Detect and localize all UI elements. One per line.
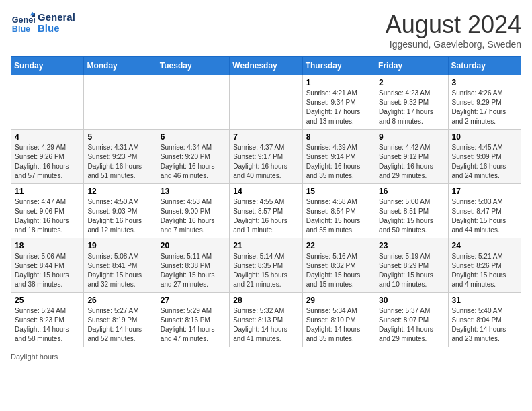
calendar-cell: 11Sunrise: 4:47 AM Sunset: 9:06 PM Dayli… — [11, 184, 84, 238]
day-number: 26 — [87, 295, 152, 305]
day-number: 11 — [15, 187, 80, 196]
day-number: 27 — [161, 295, 226, 305]
calendar-cell: 17Sunrise: 5:03 AM Sunset: 8:47 PM Dayli… — [448, 184, 521, 238]
day-info: Sunrise: 4:34 AM Sunset: 9:20 PM Dayligh… — [161, 143, 226, 181]
calendar-day-header: Tuesday — [157, 57, 229, 75]
day-info: Sunrise: 4:23 AM Sunset: 9:32 PM Dayligh… — [379, 89, 444, 126]
day-info: Sunrise: 5:37 AM Sunset: 8:07 PM Dayligh… — [379, 306, 444, 344]
day-info: Sunrise: 5:03 AM Sunset: 8:47 PM Dayligh… — [452, 197, 517, 235]
calendar-cell — [230, 75, 302, 130]
day-info: Sunrise: 5:24 AM Sunset: 8:23 PM Dayligh… — [15, 306, 80, 344]
calendar-cell: 18Sunrise: 5:06 AM Sunset: 8:44 PM Dayli… — [11, 238, 84, 293]
day-number: 8 — [306, 132, 371, 142]
day-info: Sunrise: 4:55 AM Sunset: 8:57 PM Dayligh… — [233, 197, 298, 235]
day-info: Sunrise: 4:21 AM Sunset: 9:34 PM Dayligh… — [306, 89, 371, 126]
calendar-cell: 28Sunrise: 5:32 AM Sunset: 8:13 PM Dayli… — [230, 293, 302, 347]
calendar-cell: 4Sunrise: 4:29 AM Sunset: 9:26 PM Daylig… — [11, 130, 84, 184]
day-info: Sunrise: 5:29 AM Sunset: 8:16 PM Dayligh… — [161, 306, 226, 344]
calendar-cell: 26Sunrise: 5:27 AM Sunset: 8:19 PM Dayli… — [84, 293, 157, 347]
calendar-cell: 22Sunrise: 5:16 AM Sunset: 8:32 PM Dayli… — [302, 238, 375, 293]
day-number: 7 — [233, 132, 298, 142]
day-info: Sunrise: 5:14 AM Sunset: 8:35 PM Dayligh… — [233, 252, 298, 289]
day-info: Sunrise: 5:08 AM Sunset: 8:41 PM Dayligh… — [87, 252, 152, 289]
svg-text:Blue: Blue — [12, 24, 30, 34]
day-info: Sunrise: 5:32 AM Sunset: 8:13 PM Dayligh… — [233, 306, 298, 344]
day-info: Sunrise: 4:58 AM Sunset: 8:54 PM Dayligh… — [306, 197, 371, 235]
calendar-cell: 29Sunrise: 5:34 AM Sunset: 8:10 PM Dayli… — [302, 293, 375, 347]
day-number: 2 — [379, 78, 444, 87]
calendar-cell: 9Sunrise: 4:42 AM Sunset: 9:12 PM Daylig… — [375, 130, 448, 184]
day-number: 9 — [379, 132, 444, 142]
calendar-cell: 5Sunrise: 4:31 AM Sunset: 9:23 PM Daylig… — [84, 130, 157, 184]
day-number: 13 — [161, 187, 226, 196]
calendar-cell: 7Sunrise: 4:37 AM Sunset: 9:17 PM Daylig… — [230, 130, 302, 184]
location: Iggesund, Gaevleborg, Sweden — [386, 39, 521, 50]
day-info: Sunrise: 5:16 AM Sunset: 8:32 PM Dayligh… — [306, 252, 371, 289]
footer-text: Daylight hours — [11, 353, 58, 361]
calendar-cell: 12Sunrise: 4:50 AM Sunset: 9:03 PM Dayli… — [84, 184, 157, 238]
calendar-day-header: Sunday — [11, 57, 84, 75]
day-info: Sunrise: 4:45 AM Sunset: 9:09 PM Dayligh… — [452, 143, 517, 181]
calendar-cell — [11, 75, 84, 130]
day-info: Sunrise: 4:42 AM Sunset: 9:12 PM Dayligh… — [379, 143, 444, 181]
day-number: 15 — [306, 187, 371, 196]
day-number: 3 — [452, 78, 517, 87]
day-info: Sunrise: 4:47 AM Sunset: 9:06 PM Dayligh… — [15, 197, 80, 235]
calendar-cell: 13Sunrise: 4:53 AM Sunset: 9:00 PM Dayli… — [157, 184, 229, 238]
day-info: Sunrise: 5:11 AM Sunset: 8:38 PM Dayligh… — [161, 252, 226, 289]
calendar-cell: 6Sunrise: 4:34 AM Sunset: 9:20 PM Daylig… — [157, 130, 229, 184]
calendar-week-row: 4Sunrise: 4:29 AM Sunset: 9:26 PM Daylig… — [11, 130, 521, 184]
day-info: Sunrise: 5:06 AM Sunset: 8:44 PM Dayligh… — [15, 252, 80, 289]
logo-general: General — [38, 12, 75, 24]
footer: Daylight hours — [11, 353, 521, 361]
day-number: 24 — [452, 241, 517, 250]
day-number: 18 — [15, 241, 80, 250]
calendar-cell: 30Sunrise: 5:37 AM Sunset: 8:07 PM Dayli… — [375, 293, 448, 347]
day-number: 29 — [306, 295, 371, 305]
day-info: Sunrise: 5:19 AM Sunset: 8:29 PM Dayligh… — [379, 252, 444, 289]
day-info: Sunrise: 4:26 AM Sunset: 9:29 PM Dayligh… — [452, 89, 517, 126]
calendar-cell: 2Sunrise: 4:23 AM Sunset: 9:32 PM Daylig… — [375, 75, 448, 130]
calendar-day-header: Monday — [84, 57, 157, 75]
page-header: General Blue General Blue August 2024 Ig… — [11, 11, 521, 50]
calendar-cell — [157, 75, 229, 130]
day-number: 14 — [233, 187, 298, 196]
calendar-day-header: Wednesday — [230, 57, 302, 75]
calendar-cell: 27Sunrise: 5:29 AM Sunset: 8:16 PM Dayli… — [157, 293, 229, 347]
calendar-week-row: 25Sunrise: 5:24 AM Sunset: 8:23 PM Dayli… — [11, 293, 521, 347]
day-number: 21 — [233, 241, 298, 250]
calendar-table: SundayMondayTuesdayWednesdayThursdayFrid… — [11, 56, 521, 347]
day-number: 12 — [87, 187, 152, 196]
day-number: 23 — [379, 241, 444, 250]
calendar-week-row: 11Sunrise: 4:47 AM Sunset: 9:06 PM Dayli… — [11, 184, 521, 238]
day-info: Sunrise: 4:37 AM Sunset: 9:17 PM Dayligh… — [233, 143, 298, 181]
calendar-cell: 3Sunrise: 4:26 AM Sunset: 9:29 PM Daylig… — [448, 75, 521, 130]
calendar-cell: 8Sunrise: 4:39 AM Sunset: 9:14 PM Daylig… — [302, 130, 375, 184]
day-info: Sunrise: 4:39 AM Sunset: 9:14 PM Dayligh… — [306, 143, 371, 181]
calendar-cell: 31Sunrise: 5:40 AM Sunset: 8:04 PM Dayli… — [448, 293, 521, 347]
day-info: Sunrise: 5:21 AM Sunset: 8:26 PM Dayligh… — [452, 252, 517, 289]
calendar-day-header: Friday — [375, 57, 448, 75]
day-info: Sunrise: 5:34 AM Sunset: 8:10 PM Dayligh… — [306, 306, 371, 344]
calendar-cell: 10Sunrise: 4:45 AM Sunset: 9:09 PM Dayli… — [448, 130, 521, 184]
calendar-cell: 15Sunrise: 4:58 AM Sunset: 8:54 PM Dayli… — [302, 184, 375, 238]
calendar-cell: 20Sunrise: 5:11 AM Sunset: 8:38 PM Dayli… — [157, 238, 229, 293]
day-number: 16 — [379, 187, 444, 196]
month-year: August 2024 — [386, 11, 521, 39]
calendar-cell: 24Sunrise: 5:21 AM Sunset: 8:26 PM Dayli… — [448, 238, 521, 293]
day-info: Sunrise: 5:40 AM Sunset: 8:04 PM Dayligh… — [452, 306, 517, 344]
calendar-cell: 19Sunrise: 5:08 AM Sunset: 8:41 PM Dayli… — [84, 238, 157, 293]
calendar-cell — [84, 75, 157, 130]
day-number: 22 — [306, 241, 371, 250]
day-info: Sunrise: 4:29 AM Sunset: 9:26 PM Dayligh… — [15, 143, 80, 181]
logo-blue: Blue — [38, 23, 75, 34]
calendar-header-row: SundayMondayTuesdayWednesdayThursdayFrid… — [11, 57, 521, 75]
calendar-cell: 14Sunrise: 4:55 AM Sunset: 8:57 PM Dayli… — [230, 184, 302, 238]
day-number: 6 — [161, 132, 226, 142]
day-number: 4 — [15, 132, 80, 142]
day-number: 1 — [306, 78, 371, 87]
calendar-cell: 1Sunrise: 4:21 AM Sunset: 9:34 PM Daylig… — [302, 75, 375, 130]
logo: General Blue General Blue — [11, 11, 75, 35]
logo-icon: General Blue — [11, 11, 35, 35]
day-info: Sunrise: 5:27 AM Sunset: 8:19 PM Dayligh… — [87, 306, 152, 344]
